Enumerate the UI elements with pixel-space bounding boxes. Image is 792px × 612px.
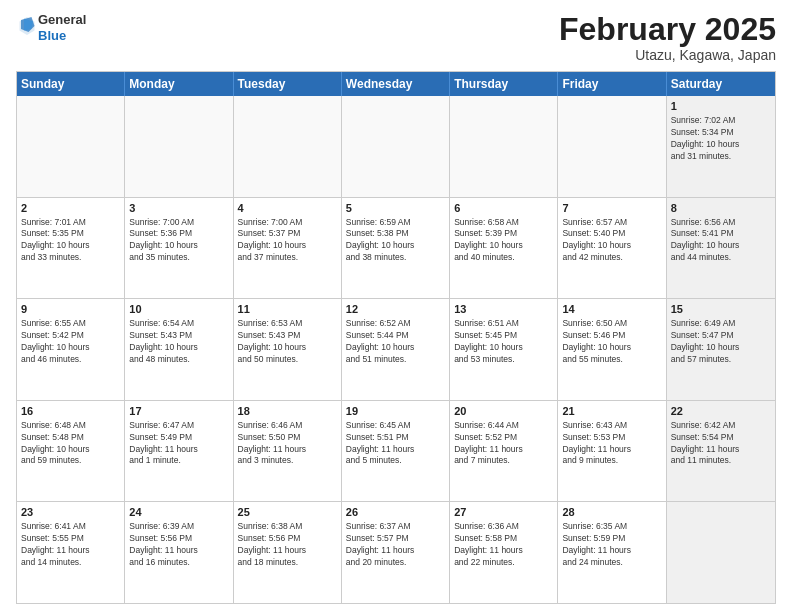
calendar-cell: 9Sunrise: 6:55 AM Sunset: 5:42 PM Daylig… (17, 299, 125, 400)
cell-daylight-info: Sunrise: 6:42 AM Sunset: 5:54 PM Dayligh… (671, 420, 771, 468)
cell-daylight-info: Sunrise: 6:39 AM Sunset: 5:56 PM Dayligh… (129, 521, 228, 569)
day-number: 24 (129, 505, 228, 520)
calendar-cell: 4Sunrise: 7:00 AM Sunset: 5:37 PM Daylig… (234, 198, 342, 299)
calendar-cell: 17Sunrise: 6:47 AM Sunset: 5:49 PM Dayli… (125, 401, 233, 502)
calendar-cell: 18Sunrise: 6:46 AM Sunset: 5:50 PM Dayli… (234, 401, 342, 502)
calendar-cell: 12Sunrise: 6:52 AM Sunset: 5:44 PM Dayli… (342, 299, 450, 400)
calendar-cell (17, 96, 125, 197)
calendar-subtitle: Utazu, Kagawa, Japan (559, 47, 776, 63)
calendar-cell: 5Sunrise: 6:59 AM Sunset: 5:38 PM Daylig… (342, 198, 450, 299)
day-number: 18 (238, 404, 337, 419)
day-number: 4 (238, 201, 337, 216)
cell-daylight-info: Sunrise: 7:00 AM Sunset: 5:36 PM Dayligh… (129, 217, 228, 265)
cell-daylight-info: Sunrise: 6:53 AM Sunset: 5:43 PM Dayligh… (238, 318, 337, 366)
day-number: 10 (129, 302, 228, 317)
calendar-header: SundayMondayTuesdayWednesdayThursdayFrid… (17, 72, 775, 96)
day-number: 3 (129, 201, 228, 216)
logo-blue-text: Blue (38, 28, 86, 44)
calendar-cell: 19Sunrise: 6:45 AM Sunset: 5:51 PM Dayli… (342, 401, 450, 502)
cell-daylight-info: Sunrise: 6:56 AM Sunset: 5:41 PM Dayligh… (671, 217, 771, 265)
weekday-header: Friday (558, 72, 666, 96)
calendar-row: 1Sunrise: 7:02 AM Sunset: 5:34 PM Daylig… (17, 96, 775, 197)
calendar-cell: 24Sunrise: 6:39 AM Sunset: 5:56 PM Dayli… (125, 502, 233, 603)
calendar-cell (234, 96, 342, 197)
page: General Blue February 2025 Utazu, Kagawa… (0, 0, 792, 612)
day-number: 17 (129, 404, 228, 419)
cell-daylight-info: Sunrise: 7:00 AM Sunset: 5:37 PM Dayligh… (238, 217, 337, 265)
day-number: 23 (21, 505, 120, 520)
calendar-cell: 23Sunrise: 6:41 AM Sunset: 5:55 PM Dayli… (17, 502, 125, 603)
calendar: SundayMondayTuesdayWednesdayThursdayFrid… (16, 71, 776, 604)
cell-daylight-info: Sunrise: 7:02 AM Sunset: 5:34 PM Dayligh… (671, 115, 771, 163)
cell-daylight-info: Sunrise: 6:52 AM Sunset: 5:44 PM Dayligh… (346, 318, 445, 366)
cell-daylight-info: Sunrise: 6:47 AM Sunset: 5:49 PM Dayligh… (129, 420, 228, 468)
day-number: 20 (454, 404, 553, 419)
header: General Blue February 2025 Utazu, Kagawa… (16, 12, 776, 63)
calendar-cell: 25Sunrise: 6:38 AM Sunset: 5:56 PM Dayli… (234, 502, 342, 603)
calendar-cell: 16Sunrise: 6:48 AM Sunset: 5:48 PM Dayli… (17, 401, 125, 502)
calendar-cell (558, 96, 666, 197)
day-number: 9 (21, 302, 120, 317)
calendar-cell: 3Sunrise: 7:00 AM Sunset: 5:36 PM Daylig… (125, 198, 233, 299)
day-number: 16 (21, 404, 120, 419)
day-number: 19 (346, 404, 445, 419)
calendar-title: February 2025 (559, 12, 776, 47)
calendar-cell: 20Sunrise: 6:44 AM Sunset: 5:52 PM Dayli… (450, 401, 558, 502)
calendar-cell (125, 96, 233, 197)
day-number: 8 (671, 201, 771, 216)
calendar-cell: 21Sunrise: 6:43 AM Sunset: 5:53 PM Dayli… (558, 401, 666, 502)
calendar-row: 2Sunrise: 7:01 AM Sunset: 5:35 PM Daylig… (17, 197, 775, 299)
day-number: 7 (562, 201, 661, 216)
weekday-header: Tuesday (234, 72, 342, 96)
cell-daylight-info: Sunrise: 6:55 AM Sunset: 5:42 PM Dayligh… (21, 318, 120, 366)
logo-general-text: General (38, 12, 86, 28)
cell-daylight-info: Sunrise: 6:59 AM Sunset: 5:38 PM Dayligh… (346, 217, 445, 265)
calendar-cell: 1Sunrise: 7:02 AM Sunset: 5:34 PM Daylig… (667, 96, 775, 197)
cell-daylight-info: Sunrise: 6:46 AM Sunset: 5:50 PM Dayligh… (238, 420, 337, 468)
cell-daylight-info: Sunrise: 6:48 AM Sunset: 5:48 PM Dayligh… (21, 420, 120, 468)
logo-icon (18, 15, 36, 37)
day-number: 25 (238, 505, 337, 520)
day-number: 15 (671, 302, 771, 317)
cell-daylight-info: Sunrise: 6:43 AM Sunset: 5:53 PM Dayligh… (562, 420, 661, 468)
calendar-row: 23Sunrise: 6:41 AM Sunset: 5:55 PM Dayli… (17, 501, 775, 603)
cell-daylight-info: Sunrise: 6:38 AM Sunset: 5:56 PM Dayligh… (238, 521, 337, 569)
cell-daylight-info: Sunrise: 6:41 AM Sunset: 5:55 PM Dayligh… (21, 521, 120, 569)
day-number: 2 (21, 201, 120, 216)
day-number: 22 (671, 404, 771, 419)
weekday-header: Wednesday (342, 72, 450, 96)
day-number: 1 (671, 99, 771, 114)
cell-daylight-info: Sunrise: 6:37 AM Sunset: 5:57 PM Dayligh… (346, 521, 445, 569)
cell-daylight-info: Sunrise: 7:01 AM Sunset: 5:35 PM Dayligh… (21, 217, 120, 265)
calendar-cell: 6Sunrise: 6:58 AM Sunset: 5:39 PM Daylig… (450, 198, 558, 299)
calendar-cell: 13Sunrise: 6:51 AM Sunset: 5:45 PM Dayli… (450, 299, 558, 400)
calendar-body: 1Sunrise: 7:02 AM Sunset: 5:34 PM Daylig… (17, 96, 775, 603)
cell-daylight-info: Sunrise: 6:54 AM Sunset: 5:43 PM Dayligh… (129, 318, 228, 366)
calendar-cell: 10Sunrise: 6:54 AM Sunset: 5:43 PM Dayli… (125, 299, 233, 400)
cell-daylight-info: Sunrise: 6:35 AM Sunset: 5:59 PM Dayligh… (562, 521, 661, 569)
calendar-cell: 8Sunrise: 6:56 AM Sunset: 5:41 PM Daylig… (667, 198, 775, 299)
day-number: 26 (346, 505, 445, 520)
cell-daylight-info: Sunrise: 6:49 AM Sunset: 5:47 PM Dayligh… (671, 318, 771, 366)
calendar-cell: 27Sunrise: 6:36 AM Sunset: 5:58 PM Dayli… (450, 502, 558, 603)
calendar-cell: 11Sunrise: 6:53 AM Sunset: 5:43 PM Dayli… (234, 299, 342, 400)
cell-daylight-info: Sunrise: 6:45 AM Sunset: 5:51 PM Dayligh… (346, 420, 445, 468)
day-number: 12 (346, 302, 445, 317)
weekday-header: Saturday (667, 72, 775, 96)
cell-daylight-info: Sunrise: 6:44 AM Sunset: 5:52 PM Dayligh… (454, 420, 553, 468)
calendar-cell: 26Sunrise: 6:37 AM Sunset: 5:57 PM Dayli… (342, 502, 450, 603)
calendar-cell: 7Sunrise: 6:57 AM Sunset: 5:40 PM Daylig… (558, 198, 666, 299)
day-number: 6 (454, 201, 553, 216)
calendar-cell: 2Sunrise: 7:01 AM Sunset: 5:35 PM Daylig… (17, 198, 125, 299)
day-number: 27 (454, 505, 553, 520)
day-number: 11 (238, 302, 337, 317)
weekday-header: Thursday (450, 72, 558, 96)
cell-daylight-info: Sunrise: 6:36 AM Sunset: 5:58 PM Dayligh… (454, 521, 553, 569)
calendar-row: 9Sunrise: 6:55 AM Sunset: 5:42 PM Daylig… (17, 298, 775, 400)
day-number: 21 (562, 404, 661, 419)
calendar-cell: 28Sunrise: 6:35 AM Sunset: 5:59 PM Dayli… (558, 502, 666, 603)
logo: General Blue (16, 12, 86, 43)
cell-daylight-info: Sunrise: 6:50 AM Sunset: 5:46 PM Dayligh… (562, 318, 661, 366)
calendar-cell: 15Sunrise: 6:49 AM Sunset: 5:47 PM Dayli… (667, 299, 775, 400)
calendar-cell (450, 96, 558, 197)
